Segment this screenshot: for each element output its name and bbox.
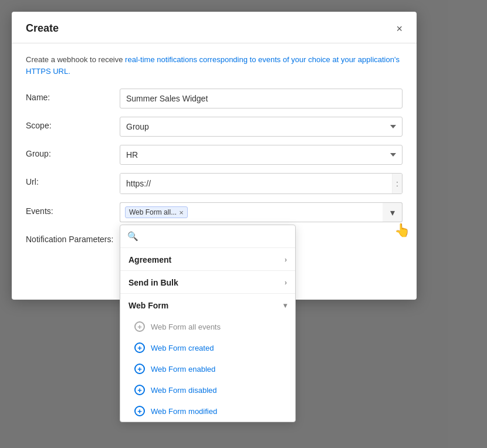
group-label: Group:: [26, 145, 120, 158]
web-form-created-label: Web Form created: [151, 344, 214, 352]
event-tag: Web Form all... ×: [125, 206, 188, 218]
web-form-group-label: Web Form: [128, 301, 168, 310]
send-in-bulk-chevron-icon: ›: [285, 279, 287, 287]
url-input-wrapper: :: [120, 173, 403, 194]
name-label: Name:: [26, 89, 120, 102]
events-dropdown: 🔍 Agreement › Send in Bulk ›: [120, 225, 296, 422]
dropdown-item-web-form-enabled[interactable]: + Web Form enabled: [120, 358, 295, 379]
create-modal: Create × Create a webhook to receive rea…: [12, 12, 417, 300]
web-form-chevron-icon: ▾: [283, 301, 287, 310]
dropdown-group-send-in-bulk[interactable]: Send in Bulk ›: [120, 271, 295, 293]
dropdown-search-bar: 🔍: [120, 225, 295, 248]
modal-description: Create a webhook to receive real-time no…: [26, 54, 403, 77]
events-dropdown-button[interactable]: ▾ 👆: [383, 202, 403, 222]
web-form-enabled-label: Web Form enabled: [151, 365, 215, 374]
name-input[interactable]: [120, 89, 403, 108]
modal-close-button[interactable]: ×: [396, 23, 403, 34]
modal-body: Create a webhook to receive real-time no…: [12, 43, 417, 300]
web-form-modified-label: Web Form modified: [151, 407, 217, 416]
send-in-bulk-group-label: Send in Bulk: [128, 278, 178, 287]
dropdown-item-web-form-created[interactable]: + Web Form created: [120, 337, 295, 358]
agreement-group-label: Agreement: [128, 255, 171, 264]
events-tags-box[interactable]: Web Form all... ×: [120, 202, 383, 222]
tag-remove-button[interactable]: ×: [179, 209, 184, 216]
modal-title: Create: [26, 22, 59, 35]
tag-label: Web Form all...: [129, 208, 177, 216]
web-form-disabled-icon: +: [134, 385, 145, 395]
events-input-wrapper: Web Form all... × ▾ 👆 🔍: [120, 202, 403, 222]
dropdown-search-input[interactable]: [143, 232, 288, 241]
url-label: Url:: [26, 173, 120, 186]
agreement-chevron-icon: ›: [285, 256, 287, 264]
notif-params-label: Notification Parameters:: [26, 230, 120, 244]
scope-select[interactable]: Account Group User: [120, 117, 403, 137]
url-input[interactable]: [120, 174, 392, 194]
web-form-all-events-label: Web Form all events: [151, 323, 221, 331]
web-form-disabled-label: Web Form disabled: [151, 386, 217, 395]
url-suffix: :: [392, 174, 402, 194]
web-form-all-events-icon: +: [134, 321, 145, 332]
dropdown-list: Agreement › Send in Bulk › Web Form: [120, 248, 295, 422]
web-form-created-icon: +: [134, 342, 145, 353]
scope-label: Scope:: [26, 117, 120, 130]
group-select[interactable]: HR Engineering Sales Marketing: [120, 145, 403, 165]
events-label: Events:: [26, 202, 120, 216]
dropdown-group-web-form[interactable]: Web Form ▾: [120, 294, 295, 316]
web-form-modified-icon: +: [134, 406, 145, 416]
dropdown-arrow-icon: ▾: [390, 207, 395, 218]
name-row: Name:: [26, 89, 403, 108]
events-row: Events: Web Form all... × ▾ 👆: [26, 202, 403, 222]
dropdown-item-web-form-disabled[interactable]: + Web Form disabled: [120, 379, 295, 401]
dropdown-item-web-form-modified[interactable]: + Web Form modified: [120, 401, 295, 422]
search-icon: 🔍: [127, 231, 138, 242]
scope-row: Scope: Account Group User: [26, 117, 403, 137]
group-row: Group: HR Engineering Sales Marketing: [26, 145, 403, 165]
dropdown-item-web-form-all-events[interactable]: + Web Form all events: [120, 316, 295, 337]
web-form-enabled-icon: +: [134, 364, 145, 374]
url-row: Url: :: [26, 173, 403, 194]
modal-header: Create ×: [12, 12, 417, 43]
dropdown-group-agreement[interactable]: Agreement ›: [120, 248, 295, 270]
